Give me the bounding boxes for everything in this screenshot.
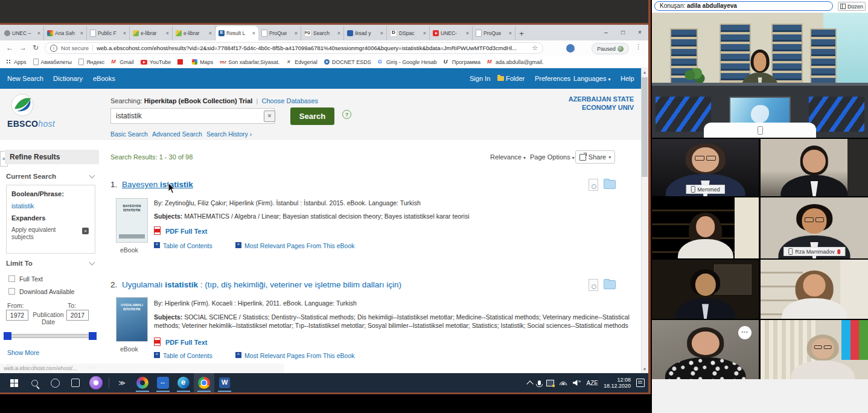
limit-to-section[interactable]: Limit To <box>6 260 33 267</box>
tab-close-icon[interactable]: × <box>37 30 40 36</box>
microphone-icon[interactable] <box>538 380 541 385</box>
tray-expand-icon[interactable] <box>526 380 533 387</box>
browser-tab[interactable]: e-librar× <box>173 26 215 40</box>
scroll-down-icon[interactable]: ▼ <box>641 365 648 373</box>
search-history-link[interactable]: Search History › <box>206 130 252 138</box>
toc-plus-icon[interactable] <box>154 242 160 248</box>
to-year-input[interactable]: 2017 <box>66 310 89 321</box>
browser-tab[interactable]: UNEC-× <box>430 26 473 40</box>
nav-help[interactable]: Help <box>621 68 634 89</box>
add-to-folder-icon[interactable] <box>604 280 616 289</box>
preview-icon[interactable] <box>589 279 598 291</box>
scrollbar-thumb[interactable] <box>642 77 648 177</box>
browser-tab[interactable]: iksad y× <box>344 26 387 40</box>
clock[interactable]: 12:0818.12.2020 <box>604 377 631 389</box>
bookmark-item[interactable]: ada.abdulla@gmail. <box>487 59 544 65</box>
bookmark-item[interactable]: Giriş - Google Hesab <box>378 59 437 65</box>
relevant-plus-icon[interactable] <box>235 242 241 248</box>
video-tile-participant[interactable] <box>652 197 759 258</box>
most-relevant-pages-link[interactable]: Most Relevant Pages From This eBook <box>244 352 354 359</box>
current-search-section[interactable]: Current Search <box>6 173 56 180</box>
browser-tab[interactable]: Public F× <box>87 26 130 40</box>
bookmark-youtube[interactable]: YouTube <box>141 59 171 65</box>
book-cover-thumbnail[interactable]: UYGULAMALI İSTATİSTİK <box>116 297 148 342</box>
bookmark-item[interactable]: Авиабилеты <box>33 59 72 65</box>
video-tile-participant[interactable] <box>652 260 759 319</box>
choose-databases-link[interactable]: Choose Databases <box>261 97 318 104</box>
new-tab-button[interactable]: + <box>515 26 528 40</box>
bookmark-item[interactable]: Edvgerial <box>286 59 318 65</box>
tab-close-icon[interactable]: × <box>337 30 340 36</box>
sort-dropdown[interactable]: Relevance ▾ <box>490 153 526 161</box>
full-text-checkbox[interactable] <box>8 275 15 282</box>
book-cover-thumbnail[interactable]: BAYESYEN İSTATİSTİK <box>116 198 148 243</box>
browser-tab[interactable]: e-librar× <box>130 26 173 40</box>
back-button[interactable]: ← <box>6 43 13 52</box>
browser-tab[interactable]: UNEC –× <box>1 26 44 40</box>
video-tile-rza[interactable]: Rza Mammadov <box>761 197 868 258</box>
cortana-button[interactable] <box>45 373 65 392</box>
remove-expander-icon[interactable]: × <box>82 228 89 234</box>
page-options-dropdown[interactable]: Page Options ▾ <box>530 153 575 161</box>
action-center-icon[interactable] <box>636 379 645 387</box>
tab-close-icon[interactable]: × <box>166 30 169 36</box>
address-bar[interactable]: Not secure web.a.ebscohost.com/ehost/res… <box>45 42 543 54</box>
yandex-alice-button[interactable] <box>86 373 106 392</box>
table-of-contents-link[interactable]: Table of Contents <box>163 352 212 359</box>
from-year-input[interactable]: 1972 <box>6 310 28 321</box>
start-button[interactable] <box>4 373 24 392</box>
video-tile-participant[interactable] <box>761 260 868 319</box>
blue-extension-icon[interactable] <box>566 44 575 53</box>
relevant-plus-icon[interactable] <box>235 352 241 358</box>
window-close-button[interactable]: × <box>631 25 648 39</box>
window-minimize-button[interactable]: – <box>598 25 614 39</box>
bookmark-item[interactable]: Яндекс <box>78 59 104 65</box>
show-more-link[interactable]: Show More <box>7 349 39 356</box>
video-tile-studio[interactable] <box>652 13 868 138</box>
table-of-contents-link[interactable]: Table of Contents <box>163 242 212 249</box>
word-button[interactable] <box>214 373 235 392</box>
share-button[interactable]: Share ▾ <box>575 150 615 164</box>
help-icon[interactable]: ? <box>342 110 351 119</box>
nav-languages[interactable]: Languages ▾ <box>573 68 611 90</box>
video-tile-memmed[interactable]: Memmed <box>652 139 759 196</box>
tab-close-icon[interactable]: × <box>295 30 298 36</box>
nav-sign-in[interactable]: Sign In <box>470 68 490 89</box>
bookmark-apps[interactable]: Apps <box>6 59 27 65</box>
tab-close-icon[interactable]: × <box>466 30 469 36</box>
result-title-link[interactable]: Bayesyen istatistik <box>122 180 193 189</box>
chevron-down-icon[interactable] <box>89 173 95 179</box>
browser-app-button[interactable] <box>132 373 153 392</box>
forward-button[interactable]: → <box>19 43 27 52</box>
wifi-icon[interactable] <box>560 380 567 385</box>
add-to-folder-icon[interactable] <box>604 180 616 189</box>
more-options-icon[interactable]: ••• <box>738 326 752 339</box>
pdf-full-text-link[interactable]: PDF Full Text <box>165 228 207 235</box>
nav-dictionary[interactable]: Dictionary <box>53 68 83 89</box>
nav-preferences[interactable]: Preferences <box>535 68 570 89</box>
window-maximize-button[interactable]: □ <box>614 25 631 39</box>
chevron-down-icon[interactable] <box>89 260 95 266</box>
browser-tab[interactable]: DSpac× <box>387 26 430 40</box>
active-speaker-field[interactable]: Konuşan: adila abdullayeva <box>654 1 833 11</box>
page-info-icon[interactable] <box>50 45 57 52</box>
basic-search-link[interactable]: Basic Search <box>110 130 148 138</box>
advanced-search-link[interactable]: Advanced Search <box>152 130 202 138</box>
video-tile-participant[interactable] <box>761 320 868 379</box>
video-tile-participant[interactable]: ••• <box>652 320 759 379</box>
browser-tab-active[interactable]: Result L× <box>215 26 258 40</box>
clear-search-icon[interactable]: ✕ <box>264 110 275 122</box>
bookmark-item[interactable]: Программа <box>444 59 480 65</box>
tab-close-icon[interactable]: × <box>380 30 383 36</box>
search-input[interactable]: istatistik <box>110 108 275 124</box>
bookmark-item[interactable]: Son xabarlar,Siyasat. <box>220 59 279 65</box>
date-slider-track[interactable] <box>5 334 95 338</box>
chrome-button-active[interactable] <box>194 373 214 392</box>
tab-close-icon[interactable]: × <box>80 30 83 36</box>
bookmark-star-icon[interactable]: ☆ <box>532 44 538 52</box>
keyboard-language[interactable]: AZE <box>587 380 598 386</box>
tab-close-icon[interactable]: × <box>509 30 512 36</box>
result-title-link[interactable]: Uygulamalı istatistik : (tıp, diş hekiml… <box>122 280 401 289</box>
scroll-up-icon[interactable]: ▲ <box>641 68 648 76</box>
edvgerial-app-button[interactable]: ≫ <box>112 373 132 392</box>
